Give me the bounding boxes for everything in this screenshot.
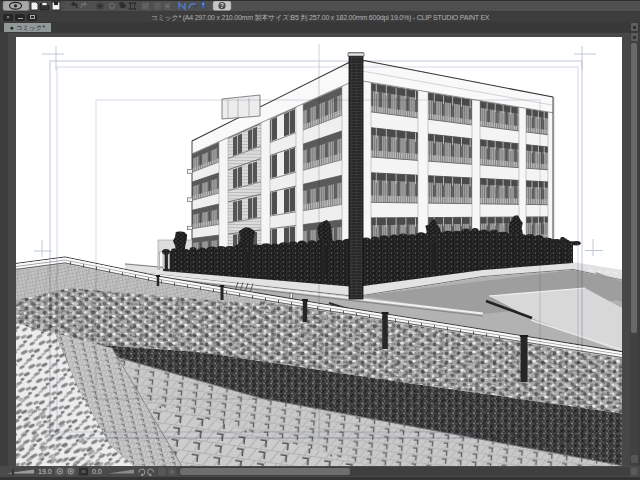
svg-text:0.0: 0.0: [92, 468, 102, 475]
svg-text:19.0: 19.0: [38, 468, 52, 475]
